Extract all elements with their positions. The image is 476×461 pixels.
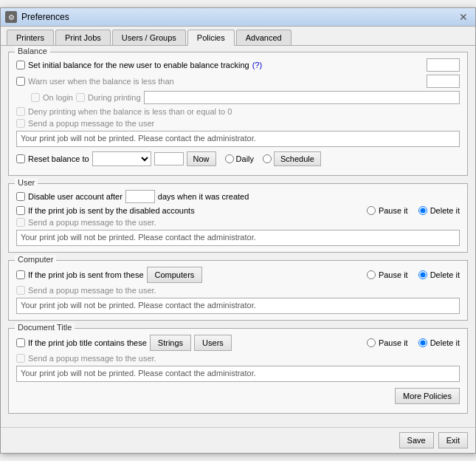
document-pause-group: Pause it bbox=[367, 338, 408, 347]
send-popup-balance-label: Send a popup message to the user bbox=[28, 119, 154, 128]
if-disabled-label: If the print job is sent by the disabled… bbox=[28, 206, 195, 215]
computer-send-popup-row: Send a popup message to the user. bbox=[16, 286, 460, 295]
reset-amount-input[interactable]: 20.00 bbox=[154, 152, 184, 165]
document-if-contains-row: If the print job title contains these St… bbox=[16, 335, 460, 351]
document-section: Document Title If the print job title co… bbox=[8, 328, 468, 414]
computer-section: Computer If the print job is sent from t… bbox=[8, 260, 468, 321]
warn-message-input[interactable]: Your account balance is less than $1.00. bbox=[144, 91, 460, 104]
document-if-contains-checkbox[interactable] bbox=[16, 338, 25, 347]
user-popup-message: Your print job will not be printed. Plea… bbox=[16, 230, 460, 246]
computers-button[interactable]: Computers bbox=[147, 267, 203, 283]
tab-printers[interactable]: Printers bbox=[7, 30, 54, 45]
reset-dropdown[interactable] bbox=[92, 151, 151, 166]
warn-checkbox[interactable] bbox=[16, 77, 25, 86]
exit-button[interactable]: Exit bbox=[438, 432, 468, 448]
on-login-row: On login During printing Your account ba… bbox=[31, 91, 460, 104]
send-popup-balance-checkbox[interactable] bbox=[16, 119, 25, 128]
computer-delete-group: Delete it bbox=[418, 270, 460, 279]
computer-delete-label: Delete it bbox=[430, 270, 460, 279]
balance-popup-message: Your print job will not be printed. Plea… bbox=[16, 131, 460, 147]
deny-label: Deny printing when the balance is less t… bbox=[28, 107, 232, 116]
schedule-radio[interactable] bbox=[263, 154, 272, 163]
if-disabled-row: If the print job is sent by the disabled… bbox=[16, 206, 460, 215]
user-delete-label: Delete it bbox=[430, 206, 460, 215]
user-delete-group: Delete it bbox=[418, 206, 460, 215]
warn-amount-input[interactable]: 1.00 bbox=[427, 75, 460, 88]
computer-if-sent-row: If the print job is sent from these Comp… bbox=[16, 267, 460, 283]
warn-label: Warn user when the balance is less than bbox=[28, 77, 174, 86]
window-icon: ⚙ bbox=[5, 11, 17, 23]
tab-policies[interactable]: Policies bbox=[187, 30, 235, 46]
title-bar: ⚙ Preferences ✕ bbox=[1, 8, 475, 27]
user-send-popup-checkbox[interactable] bbox=[16, 218, 25, 227]
document-send-popup-row: Send a popup message to the user. bbox=[16, 354, 460, 363]
daily-radio[interactable] bbox=[225, 154, 234, 163]
document-if-contains-label: If the print job title contains these bbox=[28, 338, 147, 347]
user-send-popup-row: Send a popup message to the user. bbox=[16, 218, 460, 227]
document-title: Document Title bbox=[15, 323, 75, 332]
initial-amount-input[interactable]: 20.00 bbox=[427, 58, 460, 72]
during-printing-label: During printing bbox=[88, 93, 141, 102]
reset-label: Reset balance to bbox=[28, 154, 89, 163]
save-button[interactable]: Save bbox=[399, 432, 434, 448]
computer-delete-radio[interactable] bbox=[418, 270, 427, 279]
content-area: Balance Set initial balance for the new … bbox=[1, 46, 475, 427]
computer-pause-group: Pause it bbox=[367, 270, 408, 279]
computer-send-popup-label: Send a popup message to the user. bbox=[28, 286, 156, 295]
document-delete-group: Delete it bbox=[418, 338, 460, 347]
tab-print-jobs[interactable]: Print Jobs bbox=[55, 30, 111, 45]
set-initial-checkbox[interactable] bbox=[16, 61, 25, 69]
computer-title: Computer bbox=[15, 255, 56, 264]
help-link[interactable]: (?) bbox=[252, 61, 262, 69]
close-button[interactable]: ✕ bbox=[456, 11, 471, 23]
user-title: User bbox=[15, 178, 38, 187]
if-disabled-checkbox[interactable] bbox=[16, 206, 25, 215]
preferences-window: ⚙ Preferences ✕ Printers Print Jobs User… bbox=[0, 7, 476, 454]
document-delete-radio[interactable] bbox=[418, 338, 427, 347]
warn-row: Warn user when the balance is less than … bbox=[16, 75, 460, 88]
disable-checkbox[interactable] bbox=[16, 192, 25, 201]
schedule-button[interactable]: Schedule bbox=[274, 151, 321, 166]
user-section: User Disable user account after 180 days… bbox=[8, 183, 468, 253]
reset-row: Reset balance to 20.00 Now Daily Schedul… bbox=[16, 151, 460, 166]
user-pause-radio[interactable] bbox=[367, 206, 376, 215]
document-send-popup-label: Send a popup message to the user. bbox=[28, 354, 156, 363]
computer-pause-radio[interactable] bbox=[367, 270, 376, 279]
document-send-popup-checkbox[interactable] bbox=[16, 354, 25, 363]
computer-if-sent-checkbox[interactable] bbox=[16, 270, 25, 279]
balance-title: Balance bbox=[15, 47, 50, 55]
balance-section: Balance Set initial balance for the new … bbox=[8, 52, 468, 176]
deny-checkbox[interactable] bbox=[16, 107, 25, 116]
on-login-label: On login bbox=[43, 93, 73, 102]
computer-send-popup-checkbox[interactable] bbox=[16, 286, 25, 295]
document-delete-label: Delete it bbox=[430, 338, 460, 347]
reset-checkbox[interactable] bbox=[16, 154, 25, 163]
set-initial-row: Set initial balance for the new user to … bbox=[16, 58, 460, 72]
user-send-popup-label: Send a popup message to the user. bbox=[28, 218, 156, 227]
tab-users-groups[interactable]: Users / Groups bbox=[112, 30, 186, 45]
on-login-checkbox[interactable] bbox=[31, 93, 40, 102]
strings-button[interactable]: Strings bbox=[150, 335, 191, 351]
set-initial-label: Set initial balance for the new user to … bbox=[28, 61, 249, 69]
user-pause-label: Pause it bbox=[379, 206, 408, 215]
document-popup-message: Your print job will not be printed. Plea… bbox=[16, 366, 460, 382]
disable-row: Disable user account after 180 days when… bbox=[16, 190, 460, 203]
more-policies-button[interactable]: More Policies bbox=[395, 388, 460, 404]
users-button[interactable]: Users bbox=[194, 335, 232, 351]
days-input[interactable]: 180 bbox=[125, 190, 155, 203]
user-delete-radio[interactable] bbox=[418, 206, 427, 215]
user-pause-group: Pause it bbox=[367, 206, 408, 215]
send-popup-balance-row: Send a popup message to the user bbox=[16, 119, 460, 128]
deny-row: Deny printing when the balance is less t… bbox=[16, 107, 460, 116]
disable-label: Disable user account after bbox=[28, 192, 123, 201]
now-button[interactable]: Now bbox=[187, 151, 216, 166]
document-pause-radio[interactable] bbox=[367, 338, 376, 347]
tab-bar: Printers Print Jobs Users / Groups Polic… bbox=[1, 27, 475, 46]
bottom-bar: Save Exit bbox=[1, 427, 475, 453]
tab-advanced[interactable]: Advanced bbox=[236, 30, 292, 45]
document-pause-label: Pause it bbox=[379, 338, 408, 347]
computer-popup-message: Your print job will not be printed. Plea… bbox=[16, 298, 460, 314]
during-printing-checkbox[interactable] bbox=[76, 93, 85, 102]
computer-pause-label: Pause it bbox=[379, 270, 408, 279]
window-title: Preferences bbox=[21, 12, 69, 22]
